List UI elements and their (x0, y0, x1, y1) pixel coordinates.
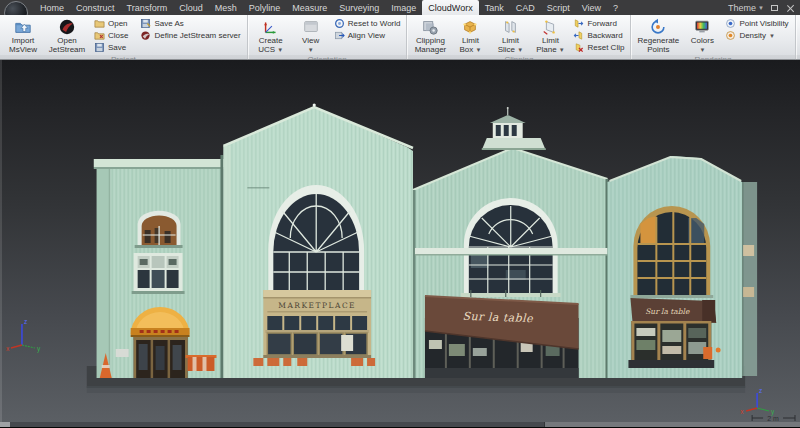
minimize-ribbon-button[interactable] (769, 3, 780, 13)
backward-icon (573, 30, 584, 41)
limit-box-icon (461, 18, 479, 36)
limit-box-button[interactable]: LimitBox ▼ (451, 17, 489, 55)
ribbon-group-project: ImportMsView OpenJetStream Open (0, 15, 248, 59)
reset-clip-button[interactable]: Reset Clip (571, 42, 626, 53)
small-arched-window (135, 211, 183, 248)
dropdown-caret-icon: ▼ (769, 33, 775, 39)
axis-x-label: x (6, 345, 10, 352)
close-folder-icon (94, 30, 105, 41)
restore-icon (771, 5, 778, 11)
ribbon-group-sharing: Convertto Clouds Send toAutoCAD Sharing (796, 15, 800, 59)
limit-slice-button[interactable]: LimitSlice ▼ (491, 17, 529, 55)
cupola (482, 107, 546, 150)
open-jetstream-button[interactable]: OpenJetStream (44, 17, 90, 55)
close-button-project[interactable]: Close (92, 30, 130, 41)
point-visibility-icon (725, 18, 736, 29)
tab-image[interactable]: Image (385, 0, 422, 15)
gable-one-section: MARKETPLACE (223, 103, 413, 378)
open-button[interactable]: Open (92, 18, 130, 29)
axis-z-label: z (24, 318, 27, 325)
align-view-button[interactable]: Align View (332, 30, 403, 41)
forward-icon (573, 18, 584, 29)
tab-script[interactable]: Script (541, 0, 576, 15)
import-msview-button[interactable]: ImportMsView (4, 17, 42, 55)
left-wing-storefront (134, 337, 188, 378)
white-string-course (415, 248, 608, 254)
open-folder-icon (94, 18, 105, 29)
ribbon: ImportMsView OpenJetStream Open (0, 15, 800, 60)
left-wing-section (94, 155, 227, 378)
awning-script-center: Sur la table (462, 310, 533, 325)
colors-button[interactable]: Colors▼ (683, 17, 721, 55)
tab-cloudworx-active[interactable]: CloudWorx (422, 0, 478, 15)
arched-wood-window (630, 206, 713, 298)
tab-cloud[interactable]: Cloud (173, 0, 209, 15)
axis-z-label: z (759, 387, 762, 394)
viewport-canvas[interactable]: MARKETPLACE (0, 60, 800, 422)
tab-view[interactable]: View (576, 0, 607, 15)
dropdown-caret-icon: ▼ (476, 47, 482, 53)
reset-clip-icon (573, 42, 584, 53)
dropdown-caret-icon: ▼ (699, 47, 705, 53)
tab-home[interactable]: Home (34, 0, 70, 15)
entrance-doors (267, 333, 367, 355)
save-button[interactable]: Save (92, 42, 130, 53)
save-icon (94, 42, 105, 53)
theme-selector[interactable]: Theme ▼ (728, 3, 764, 13)
jetstream-icon (58, 18, 76, 36)
tab-construct[interactable]: Construct (70, 0, 121, 15)
save-as-button[interactable]: Save As (138, 18, 242, 29)
gable-finial (313, 103, 316, 106)
scale-bar: 2 m (752, 415, 795, 422)
theme-label: Theme (728, 3, 756, 13)
reset-to-world-button[interactable]: Reset to World (332, 18, 403, 29)
tab-transform[interactable]: Transform (121, 0, 174, 15)
horizontal-scrollbar[interactable] (0, 422, 800, 428)
limit-plane-button[interactable]: LimitPlane ▼ (531, 17, 569, 55)
tab-tank[interactable]: Tank (479, 0, 510, 15)
tab-measure[interactable]: Measure (286, 0, 333, 15)
ucs-axis-triad: z x y (6, 318, 41, 353)
tab-cad[interactable]: CAD (510, 0, 541, 15)
scrollbar-thumb[interactable] (10, 422, 545, 427)
dropdown-caret-icon: ▼ (517, 47, 523, 53)
view-axis-triad: z x y (740, 387, 775, 416)
scrollbar-left-button[interactable] (0, 422, 10, 427)
clipping-manager-button[interactable]: ClippingManager (411, 17, 449, 55)
tab-mesh[interactable]: Mesh (209, 0, 243, 15)
awning-script-right: Sur la table (645, 307, 690, 316)
ribbon-tabs: Home Construct Transform Cloud Mesh Poly… (34, 0, 624, 15)
forward-button[interactable]: Forward (571, 18, 626, 29)
dropdown-caret-icon: ▼ (277, 47, 283, 53)
left-wing-rect-window (132, 253, 185, 294)
backward-button[interactable]: Backward (571, 30, 626, 41)
dropdown-caret-icon: ▼ (559, 47, 565, 53)
tab-help[interactable]: ? (607, 0, 624, 15)
ribbon-group-rendering: RegeneratePoints Colo (631, 15, 795, 59)
jetstream-server-icon (140, 30, 151, 41)
clipping-manager-icon (421, 18, 439, 36)
tab-surveying[interactable]: Surveying (333, 0, 385, 15)
cloudworx-application-window: Home Construct Transform Cloud Mesh Poly… (0, 0, 800, 428)
density-icon (725, 30, 736, 41)
density-button[interactable]: Density ▼ (723, 30, 790, 41)
create-ucs-button[interactable]: CreateUCS ▼ (252, 17, 290, 55)
theme-caret-icon: ▼ (758, 5, 764, 11)
application-menu-logo[interactable] (4, 1, 28, 15)
tab-polyline[interactable]: Polyline (243, 0, 287, 15)
view-button[interactable]: View▼ (292, 17, 330, 55)
marketplace-entrance: MARKETPLACE (263, 290, 371, 358)
limit-slice-icon (501, 18, 519, 36)
regenerate-points-button[interactable]: RegeneratePoints (635, 17, 681, 55)
define-jetstream-server-button[interactable]: Define JetStream server (138, 30, 242, 41)
gable-two-section: Sur la table (413, 107, 609, 378)
axis-x-label: x (740, 408, 744, 415)
ribbon-group-orientation: CreateUCS ▼ View▼ Reset to (248, 15, 408, 59)
reset-world-icon (334, 18, 345, 29)
close-icon (787, 4, 795, 12)
axis-y-label: y (37, 345, 41, 353)
colors-icon (693, 18, 711, 36)
dropdown-caret-icon: ▼ (308, 47, 314, 53)
point-visibility-button[interactable]: Point Visibility (723, 18, 790, 29)
close-button[interactable] (785, 3, 796, 13)
